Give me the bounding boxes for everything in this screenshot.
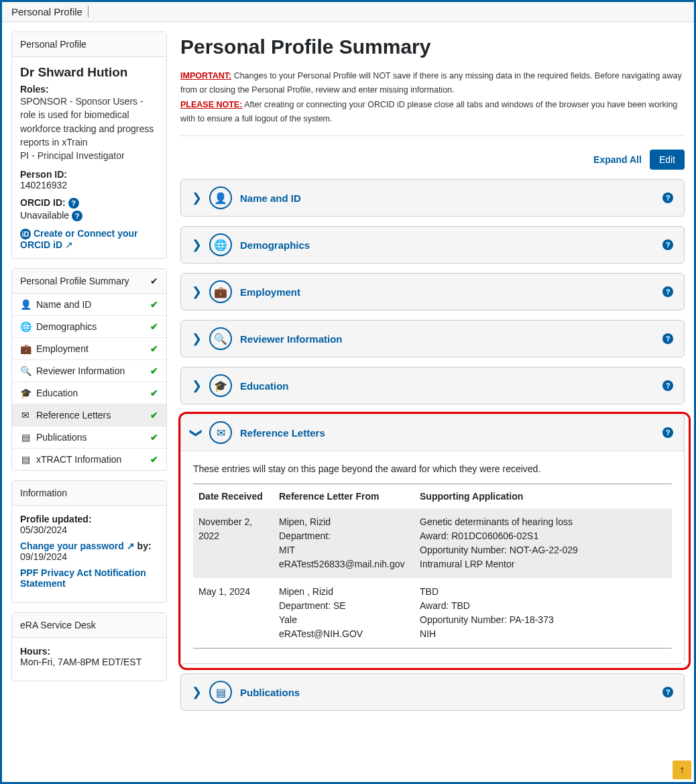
accordion-employment: ❯ 💼 Employment ? bbox=[180, 273, 685, 311]
briefcase-icon: 💼 bbox=[209, 280, 232, 303]
check-icon: ✔ bbox=[150, 366, 158, 376]
orcid-status: Unavailable bbox=[20, 210, 69, 221]
sidebar-item-education[interactable]: 🎓Education✔ bbox=[12, 382, 166, 404]
help-icon[interactable]: ? bbox=[662, 380, 673, 391]
orcid-connect-link[interactable]: Create or Connect your ORCID iD bbox=[20, 228, 137, 250]
sidebar-item-employment[interactable]: 💼Employment✔ bbox=[12, 338, 166, 360]
topbar: Personal Profile bbox=[2, 2, 694, 22]
col-date: Date Received bbox=[193, 484, 274, 509]
help-icon[interactable]: ? bbox=[662, 687, 673, 697]
check-icon: ✔ bbox=[150, 343, 158, 354]
chevron-right-icon: ❯ bbox=[192, 331, 201, 346]
help-icon[interactable]: ? bbox=[662, 427, 673, 438]
chevron-right-icon: ❯ bbox=[192, 237, 201, 252]
person-id: 140216932 bbox=[20, 180, 158, 190]
accordion-education: ❯ 🎓 Education ? bbox=[180, 367, 685, 404]
globe-icon: 🌐 bbox=[20, 321, 31, 332]
globe-icon: 🌐 bbox=[209, 233, 232, 256]
chevron-right-icon: ❯ bbox=[192, 284, 201, 299]
envelope-icon: ✉ bbox=[209, 421, 232, 444]
briefcase-icon: 💼 bbox=[20, 343, 31, 354]
hours: Mon-Fri, 7AM-8PM EDT/EST bbox=[20, 657, 141, 667]
profile-updated-label: Profile updated: bbox=[20, 514, 92, 524]
page-title: Personal Profile Summary bbox=[180, 36, 685, 58]
envelope-icon: ✉ bbox=[20, 410, 31, 421]
chevron-down-icon: ❯ bbox=[189, 428, 204, 437]
profile-card-header: Personal Profile bbox=[12, 32, 166, 57]
important-notice: IMPORTANT: Changes to your Personal Prof… bbox=[180, 69, 685, 98]
check-icon: ✔ bbox=[150, 276, 158, 286]
book-icon: ▤ bbox=[209, 681, 232, 704]
profile-updated-date: 05/30/2024 bbox=[20, 524, 67, 535]
nav-header: Personal Profile Summary bbox=[20, 276, 129, 286]
sidebar-item-name-id[interactable]: 👤Name and ID✔ bbox=[12, 294, 166, 316]
check-icon: ✔ bbox=[150, 299, 158, 310]
profile-name: Dr Shward Hution bbox=[20, 65, 158, 80]
edit-button[interactable]: Edit bbox=[650, 150, 685, 170]
scroll-top-button[interactable]: ↑ bbox=[673, 761, 691, 779]
graduation-icon: 🎓 bbox=[20, 388, 31, 398]
please-note-notice: PLEASE NOTE: After creating or connectin… bbox=[180, 98, 685, 127]
privacy-link[interactable]: PPF Privacy Act Notification Statement bbox=[20, 567, 146, 589]
help-icon[interactable]: ? bbox=[68, 198, 79, 209]
external-link-icon: ↗ bbox=[127, 541, 135, 551]
hours-label: Hours: bbox=[20, 646, 50, 657]
help-icon[interactable]: ? bbox=[662, 333, 673, 344]
check-icon: ✔ bbox=[150, 388, 158, 398]
check-icon: ✔ bbox=[150, 454, 158, 465]
book-icon: ▤ bbox=[20, 432, 31, 443]
user-icon: 👤 bbox=[20, 299, 31, 310]
table-row: November 2, 2022 Mipen, Rizid Department… bbox=[193, 508, 672, 578]
reference-letters-hint: These entries will stay on this page bey… bbox=[193, 463, 672, 474]
graduation-icon: 🎓 bbox=[209, 374, 232, 397]
col-supporting: Supporting Application bbox=[414, 484, 672, 509]
external-link-icon: ↗ bbox=[65, 239, 73, 250]
roles-text: SPONSOR - Sponsor Users - role is used f… bbox=[20, 95, 158, 162]
roles-label: Roles: bbox=[20, 84, 158, 95]
sidebar-item-demographics[interactable]: 🌐Demographics✔ bbox=[12, 316, 166, 338]
book-icon: ▤ bbox=[20, 454, 31, 465]
by-label: by: bbox=[135, 541, 152, 551]
accordion-reviewer-info: ❯ 🔍 Reviewer Information ? bbox=[180, 320, 685, 357]
expand-all-link[interactable]: Expand All bbox=[593, 154, 642, 165]
check-icon: ✔ bbox=[150, 432, 158, 443]
change-password-link[interactable]: Change your password ↗ bbox=[20, 541, 135, 551]
sidebar-item-reviewer-info[interactable]: 🔍Reviewer Information✔ bbox=[12, 360, 166, 382]
table-row: May 1, 2024 Mipen , Rizid Department: SE… bbox=[193, 578, 672, 649]
chevron-right-icon: ❯ bbox=[192, 190, 201, 205]
by-date: 09/19/2024 bbox=[20, 551, 67, 562]
accordion-publications: ❯ ▤ Publications ? bbox=[180, 673, 685, 711]
help-icon[interactable]: ? bbox=[662, 239, 673, 250]
chevron-right-icon: ❯ bbox=[192, 685, 201, 699]
help-icon[interactable]: ? bbox=[662, 192, 673, 203]
col-from: Reference Letter From bbox=[274, 484, 414, 509]
check-icon: ✔ bbox=[150, 410, 158, 421]
help-icon[interactable]: ? bbox=[662, 286, 673, 297]
sidebar-item-publications[interactable]: ▤Publications✔ bbox=[12, 427, 166, 449]
check-icon: ✔ bbox=[150, 321, 158, 332]
topbar-title: Personal Profile bbox=[11, 6, 89, 17]
id-badge-icon: iD bbox=[20, 229, 31, 239]
user-icon: 👤 bbox=[209, 186, 232, 209]
service-header: eRA Service Desk bbox=[12, 613, 166, 638]
search-icon: 🔍 bbox=[209, 327, 232, 350]
info-header: Information bbox=[12, 481, 166, 506]
help-icon[interactable]: ? bbox=[72, 211, 82, 221]
sidebar-item-xtract[interactable]: ▤xTRACT Information✔ bbox=[12, 449, 166, 470]
accordion-name-id: ❯ 👤 Name and ID ? bbox=[180, 179, 685, 217]
chevron-right-icon: ❯ bbox=[192, 378, 201, 393]
orcid-label: ORCID ID: bbox=[20, 197, 66, 208]
sidebar-item-reference-letters[interactable]: ✉Reference Letters✔ bbox=[12, 404, 166, 427]
person-id-label: Person ID: bbox=[20, 169, 158, 180]
search-icon: 🔍 bbox=[20, 366, 31, 376]
accordion-demographics: ❯ 🌐 Demographics ? bbox=[180, 226, 685, 264]
accordion-reference-letters: ❯ ✉ Reference Letters ? These entries wi… bbox=[180, 414, 685, 664]
reference-letters-table: Date Received Reference Letter From Supp… bbox=[193, 484, 672, 649]
